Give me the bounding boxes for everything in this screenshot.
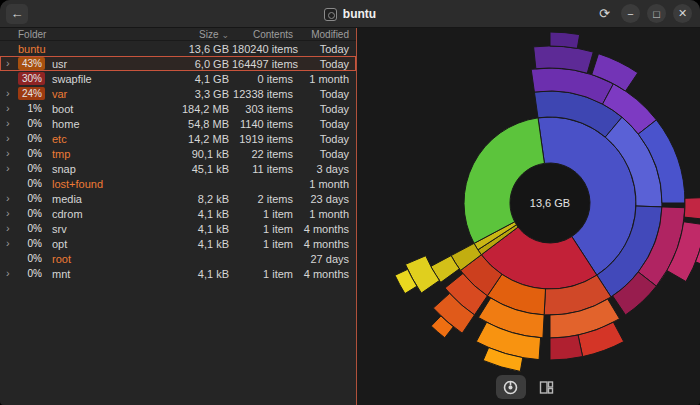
percent-badge: 0%	[18, 267, 45, 280]
table-row[interactable]: ›0%home54,8 MB1140 itemsToday	[0, 116, 356, 131]
sort-chevron-icon: ⌄	[221, 30, 229, 40]
close-button[interactable]: ✕	[673, 4, 692, 23]
folder-cell: 0%root	[18, 252, 166, 265]
folder-list-pane: Folder Size⌄ Contents Modified buntu13,6…	[0, 28, 356, 405]
folder-cell: buntu	[18, 43, 166, 55]
column-header-contents[interactable]: Contents	[232, 29, 296, 40]
chart-segment[interactable]	[550, 335, 583, 360]
folder-cell: 0%cdrom	[18, 207, 166, 220]
treemap-chart-button[interactable]	[532, 375, 562, 399]
disk-usage-analyzer-window: ← buntu ⟳ − □ ✕ Folder S	[0, 0, 700, 405]
percent-badge: 0%	[18, 117, 45, 130]
chart-segment[interactable]	[550, 32, 580, 48]
chevron-right-icon[interactable]: ›	[6, 208, 18, 219]
table-row[interactable]: 0%root27 days	[0, 251, 356, 266]
chevron-right-icon[interactable]: ›	[6, 268, 18, 279]
chevron-right-icon[interactable]: ›	[6, 88, 18, 99]
back-button[interactable]: ←	[6, 4, 28, 24]
size-cell: 6,0 GB	[166, 58, 232, 70]
percent-badge: 0%	[18, 132, 45, 145]
refresh-button[interactable]: ⟳	[595, 4, 614, 23]
minimize-button[interactable]: −	[621, 4, 640, 23]
table-row[interactable]: buntu13,6 GB180240 itemsToday	[0, 41, 356, 56]
percent-badge: 0%	[18, 237, 45, 250]
chart-segment[interactable]	[684, 198, 700, 220]
contents-cell: 164497 items	[232, 58, 296, 70]
table-row[interactable]: ›0%opt4,1 kB1 item4 months	[0, 236, 356, 251]
chevron-right-icon[interactable]: ›	[6, 118, 18, 129]
maximize-button[interactable]: □	[647, 4, 666, 23]
treemap-chart-icon	[539, 380, 554, 395]
folder-name: var	[52, 88, 67, 100]
folder-name: usr	[52, 58, 67, 70]
contents-cell: 22 items	[232, 148, 296, 160]
folder-name: home	[52, 118, 80, 130]
contents-cell: 1 item	[232, 223, 296, 235]
table-row[interactable]: ›0%srv4,1 kB1 item4 months	[0, 221, 356, 236]
size-cell: 45,1 kB	[166, 163, 232, 175]
modified-cell: 23 days	[296, 193, 352, 205]
contents-cell: 1919 items	[232, 133, 296, 145]
folder-name: etc	[52, 133, 67, 145]
percent-badge: 1%	[18, 102, 45, 115]
chevron-right-icon[interactable]: ›	[6, 163, 18, 174]
rings-chart-button[interactable]	[496, 375, 526, 399]
chevron-right-icon[interactable]: ›	[6, 193, 18, 204]
table-row[interactable]: ›0%cdrom4,1 kB1 item1 month	[0, 206, 356, 221]
contents-cell: 1140 items	[232, 118, 296, 130]
folder-name: snap	[52, 163, 76, 175]
contents-cell: 1 item	[232, 238, 296, 250]
modified-cell: Today	[296, 88, 352, 100]
size-cell: 4,1 kB	[166, 223, 232, 235]
size-cell: 14,2 MB	[166, 133, 232, 145]
table-row[interactable]: 0%lost+found1 month	[0, 176, 356, 191]
table-row[interactable]: ›0%mnt4,1 kB1 item4 months	[0, 266, 356, 281]
folder-name: root	[52, 253, 71, 265]
table-row[interactable]: ›0%tmp90,1 kB22 itemsToday	[0, 146, 356, 161]
table-row[interactable]: ›24%var3,3 GB12338 itemsToday	[0, 86, 356, 101]
percent-badge: 0%	[18, 162, 45, 175]
modified-cell: Today	[296, 118, 352, 130]
column-header-folder[interactable]: Folder	[18, 29, 166, 40]
contents-cell: 1 item	[232, 268, 296, 280]
size-cell: 4,1 kB	[166, 268, 232, 280]
chevron-right-icon[interactable]: ›	[6, 223, 18, 234]
chevron-right-icon[interactable]: ›	[6, 133, 18, 144]
chevron-right-icon[interactable]: ›	[6, 148, 18, 159]
folder-cell: 0%home	[18, 117, 166, 130]
sunburst-chart[interactable]: 13,6 GB	[375, 28, 700, 378]
folder-table-body: buntu13,6 GB180240 itemsToday›43%usr6,0 …	[0, 41, 356, 405]
folder-cell: 0%lost+found	[18, 177, 166, 190]
minimize-icon: −	[627, 8, 633, 20]
table-row[interactable]: ›1%boot184,2 MB303 itemsToday	[0, 101, 356, 116]
table-row[interactable]: ›0%snap45,1 kB11 items3 days	[0, 161, 356, 176]
folder-name: srv	[52, 223, 67, 235]
modified-cell: Today	[296, 148, 352, 160]
back-icon: ←	[11, 6, 24, 21]
table-row[interactable]: 30%swapfile4,1 GB0 items1 month	[0, 71, 356, 86]
size-cell: 90,1 kB	[166, 148, 232, 160]
table-row[interactable]: ›0%etc14,2 MB1919 itemsToday	[0, 131, 356, 146]
chevron-right-icon[interactable]: ›	[6, 238, 18, 249]
table-row[interactable]: ›0%media8,2 kB2 items23 days	[0, 191, 356, 206]
size-cell: 13,6 GB	[166, 43, 232, 55]
folder-cell: 24%var	[18, 87, 166, 100]
chart-center-label: 13,6 GB	[530, 197, 570, 209]
folder-name: cdrom	[52, 208, 83, 220]
percent-badge: 0%	[18, 252, 45, 265]
modified-cell: 4 months	[296, 268, 352, 280]
size-cell: 4,1 GB	[166, 73, 232, 85]
column-header-modified[interactable]: Modified	[296, 29, 352, 40]
column-header-size[interactable]: Size⌄	[166, 29, 232, 40]
refresh-icon: ⟳	[599, 6, 610, 21]
chevron-right-icon[interactable]: ›	[6, 58, 18, 69]
chevron-right-icon[interactable]: ›	[6, 103, 18, 114]
percent-badge: 24%	[18, 87, 45, 100]
rings-chart-icon	[503, 380, 518, 395]
folder-cell: 0%srv	[18, 222, 166, 235]
percent-badge: 0%	[18, 147, 45, 160]
table-row[interactable]: ›43%usr6,0 GB164497 itemsToday	[0, 56, 356, 71]
size-cell: 3,3 GB	[166, 88, 232, 100]
percent-badge: 43%	[18, 57, 45, 70]
modified-cell: 1 month	[296, 178, 352, 190]
